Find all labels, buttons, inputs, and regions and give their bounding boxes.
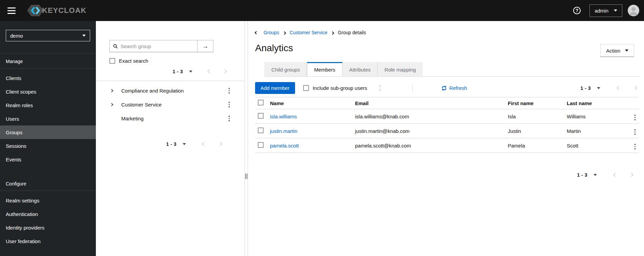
- arrow-right-icon: →: [202, 43, 208, 50]
- chevron-down-icon[interactable]: [594, 174, 597, 176]
- members-table: Name Email First name Last name isla.wil…: [255, 97, 639, 153]
- refresh-label: Refresh: [449, 85, 467, 91]
- tree-row-customer-service[interactable]: Customer Service: [96, 98, 245, 112]
- search-submit-button[interactable]: →: [197, 40, 213, 52]
- help-glyph: ?: [576, 8, 579, 13]
- tab-label: Attributes: [349, 67, 371, 73]
- select-all-checkbox[interactable]: [258, 100, 264, 105]
- table-header-row: Name Email First name Last name: [255, 97, 639, 109]
- exact-search-checkbox[interactable]: [109, 58, 115, 64]
- chevron-down-icon[interactable]: [597, 87, 600, 89]
- help-icon[interactable]: ?: [573, 7, 581, 14]
- table-row: isla.williams isla.williams@knab.com Isl…: [255, 109, 639, 124]
- search-group-input[interactable]: [121, 43, 197, 49]
- breadcrumb-link-customer-service[interactable]: Customer Service: [290, 30, 327, 35]
- kebab-menu-icon[interactable]: [633, 128, 637, 136]
- hamburger-menu-icon[interactable]: [6, 6, 17, 15]
- action-label: Action: [606, 48, 620, 54]
- kebab-menu-icon[interactable]: [633, 142, 637, 151]
- row-checkbox[interactable]: [258, 142, 264, 148]
- prev-page-button[interactable]: [616, 85, 622, 91]
- tab-role-mapping[interactable]: Role mapping: [378, 62, 423, 76]
- chevron-right-icon[interactable]: [110, 103, 114, 106]
- sidebar-item-identity-providers[interactable]: Identity providers: [0, 221, 96, 234]
- pagination-range: 1 - 3: [166, 141, 176, 147]
- tab-attributes[interactable]: Attributes: [342, 62, 378, 76]
- breadcrumb: Groups Customer Service Group details: [255, 30, 639, 35]
- sidebar-item-authentication[interactable]: Authentication: [0, 207, 96, 221]
- chevron-down-icon: [82, 35, 86, 37]
- tree-row-compliance-and-regulation[interactable]: Compliance and Regulation: [96, 84, 245, 98]
- avatar[interactable]: [628, 5, 639, 16]
- tree-row-marketing[interactable]: Marketing: [96, 112, 245, 125]
- user-menu-dropdown[interactable]: admin: [589, 4, 622, 17]
- next-page-button[interactable]: [628, 172, 634, 178]
- member-name-link[interactable]: isla.williams: [270, 114, 297, 119]
- tab-label: Role mapping: [385, 67, 416, 73]
- member-email: justin.martin@knab.com: [355, 124, 508, 138]
- members-pagination-bottom: 1 - 3: [255, 172, 634, 178]
- kebab-menu-icon[interactable]: [227, 114, 231, 123]
- chevron-down-icon: [614, 9, 617, 12]
- table-row: pamela.scott pamela.scott@knab.com Pamel…: [255, 138, 639, 153]
- avatar-icon: [628, 5, 639, 16]
- page-title: Analytics: [255, 43, 639, 54]
- include-subgroups-checkbox[interactable]: [303, 85, 309, 91]
- column-header-email: Email: [355, 97, 508, 109]
- kebab-menu-icon[interactable]: [227, 100, 231, 109]
- tree-pagination-bottom: 1 - 3: [96, 141, 223, 147]
- sidebar-item-users[interactable]: Users: [0, 112, 96, 125]
- tab-child-groups[interactable]: Child groups: [264, 62, 307, 76]
- member-first-name: Isla: [508, 109, 567, 124]
- sidebar-item-sessions[interactable]: Sessions: [0, 139, 96, 153]
- chevron-down-icon[interactable]: [183, 143, 186, 145]
- next-page-button[interactable]: [217, 141, 223, 147]
- next-page-button[interactable]: [222, 68, 228, 74]
- keycloak-logo: KEYCLOAK: [26, 4, 86, 17]
- row-checkbox[interactable]: [258, 113, 264, 119]
- tree-pagination-top: 1 - 3: [96, 68, 228, 74]
- tab-members[interactable]: Members: [307, 62, 342, 76]
- sidebar-item-clients[interactable]: Clients: [0, 71, 96, 85]
- brand-text: KEYCLOAK: [42, 6, 86, 15]
- refresh-button[interactable]: Refresh: [441, 85, 467, 91]
- member-email: pamela.scott@knab.com: [355, 138, 508, 153]
- next-page-button[interactable]: [632, 85, 638, 91]
- sidebar-item-client-scopes[interactable]: Client scopes: [0, 85, 96, 98]
- action-dropdown-button[interactable]: Action: [600, 44, 634, 57]
- kebab-menu-icon[interactable]: [227, 86, 231, 95]
- sidebar-item-events[interactable]: Events: [0, 153, 96, 166]
- chevron-down-icon[interactable]: [189, 71, 192, 73]
- chevron-left-icon[interactable]: [255, 32, 257, 34]
- realm-selector[interactable]: demo: [6, 30, 90, 41]
- member-last-name: Martin: [567, 124, 623, 138]
- panel-resize-handle[interactable]: [245, 21, 248, 256]
- sidebar-item-groups[interactable]: Groups: [0, 125, 96, 139]
- include-subgroups-control: Include sub-group users: [303, 85, 367, 91]
- member-name-link[interactable]: pamela.scott: [270, 143, 299, 149]
- sidebar-item-realm-roles[interactable]: Realm roles: [0, 98, 96, 112]
- search-icon: [113, 44, 118, 49]
- member-last-name: Scott: [567, 138, 623, 153]
- group-name: Marketing: [121, 116, 144, 121]
- breadcrumb-link-groups[interactable]: Groups: [264, 30, 279, 35]
- search-box: [110, 40, 197, 52]
- member-first-name: Pamela: [508, 138, 567, 153]
- prev-page-button[interactable]: [612, 172, 618, 178]
- members-pagination-top: 1 - 3: [580, 85, 638, 91]
- row-checkbox[interactable]: [258, 127, 264, 133]
- kebab-menu-icon[interactable]: [378, 84, 382, 92]
- prev-page-button[interactable]: [207, 68, 212, 74]
- sidebar-item-label: Authentication: [6, 211, 38, 217]
- column-header-first-name: First name: [508, 97, 567, 109]
- member-name-link[interactable]: justin.martin: [270, 128, 297, 134]
- add-member-button[interactable]: Add member: [255, 82, 295, 94]
- sidebar-item-realm-settings[interactable]: Realm settings: [0, 194, 96, 207]
- keycloak-admin-console: KEYCLOAK ? admin demo Manage: [0, 0, 644, 256]
- kebab-menu-icon[interactable]: [633, 113, 637, 122]
- chevron-right-icon[interactable]: [110, 90, 114, 92]
- prev-page-button[interactable]: [201, 141, 207, 147]
- sidebar-item-label: Clients: [6, 75, 21, 81]
- sidebar-item-user-federation[interactable]: User federation: [0, 234, 96, 248]
- sidebar-item-label: Users: [6, 116, 19, 122]
